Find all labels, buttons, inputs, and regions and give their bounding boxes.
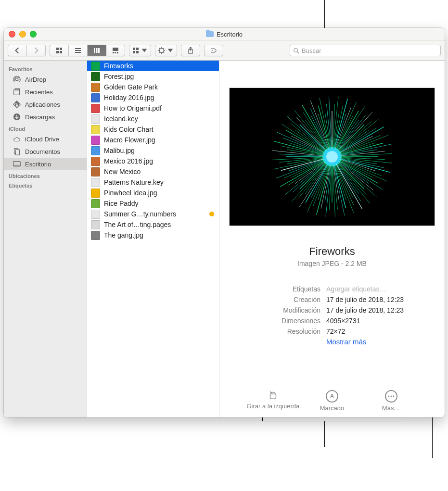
tag-dot-icon <box>209 212 214 216</box>
sidebar-item-label: AirDrop <box>25 76 46 83</box>
svg-point-20 <box>212 50 213 51</box>
svg-rect-2 <box>56 51 59 53</box>
file-name: Malibu.jpg <box>104 147 135 154</box>
view-list-button[interactable] <box>69 45 88 56</box>
file-row[interactable]: Rice Paddy <box>87 198 219 209</box>
preview-filename: Fireworks <box>219 245 445 258</box>
titlebar: Escritorio <box>4 28 445 41</box>
sidebar-item-escritorio[interactable]: Escritorio <box>4 158 87 170</box>
svg-rect-17 <box>136 51 139 53</box>
show-more-link[interactable]: Mostrar más <box>224 338 435 346</box>
tags-button[interactable] <box>204 45 223 56</box>
file-row[interactable]: New Mexico <box>87 166 219 177</box>
svg-rect-5 <box>75 50 81 51</box>
svg-rect-3 <box>60 51 62 53</box>
share-button[interactable] <box>181 45 200 56</box>
meta-label-dimensions: Dimensiones <box>224 315 320 326</box>
nav-buttons <box>8 45 46 56</box>
svg-point-21 <box>294 48 298 52</box>
svg-rect-16 <box>133 51 135 53</box>
svg-rect-0 <box>56 48 59 50</box>
preview-thumbnail-area <box>219 61 445 226</box>
file-name: Iceland.key <box>104 115 138 123</box>
svg-rect-11 <box>113 52 114 53</box>
file-row[interactable]: Golden Gate Park <box>87 82 219 92</box>
markup-label: Marcado <box>320 404 345 412</box>
sidebar-item-label: Documentos <box>25 148 60 155</box>
more-action[interactable]: Más… <box>365 390 418 412</box>
view-columns-button[interactable] <box>88 45 106 56</box>
meta-value-modified: 17 de julio de 2018, 12:23 <box>326 305 404 315</box>
preview-pane: Fireworks Imagen JPEG - 2.2 MB Etiquetas… <box>219 61 445 417</box>
forward-button[interactable] <box>27 45 46 56</box>
file-thumbnail-icon <box>91 125 100 134</box>
search-field[interactable]: Buscar <box>290 45 441 56</box>
rotate-left-label: Girar a la izquierda <box>246 403 299 410</box>
file-row[interactable]: Pinwheel Idea.jpg <box>87 188 219 198</box>
sidebar-header: iCloud <box>4 123 87 133</box>
sidebar-item-airdrop[interactable]: AirDrop <box>4 73 87 86</box>
file-row[interactable]: Patterns Nature.key <box>87 177 219 188</box>
file-row[interactable]: Fireworks <box>87 61 219 71</box>
svg-point-158 <box>390 396 392 397</box>
cloud-icon <box>13 135 21 143</box>
sidebar-item-documentos[interactable]: Documentos <box>4 145 87 158</box>
back-button[interactable] <box>8 45 27 56</box>
arrange-button[interactable] <box>129 45 151 56</box>
file-thumbnail-icon <box>91 136 100 145</box>
file-row[interactable]: Iceland.key <box>87 113 219 124</box>
file-row[interactable]: Macro Flower.jpg <box>87 135 219 145</box>
sidebar-item-label: Descargas <box>25 113 55 121</box>
file-thumbnail-icon <box>91 167 100 176</box>
file-row[interactable]: Forest.jpg <box>87 71 219 82</box>
callout-line-top <box>324 0 325 28</box>
file-thumbnail-icon <box>91 189 100 198</box>
view-buttons <box>50 45 125 56</box>
view-icon-button[interactable] <box>50 45 69 56</box>
callout-tick-left <box>262 417 263 421</box>
svg-rect-10 <box>113 48 118 51</box>
file-row[interactable]: The gang.jpg <box>87 230 219 240</box>
file-row[interactable]: Kids Color Chart <box>87 124 219 135</box>
sidebar-item-recientes[interactable]: Recientes <box>4 86 87 98</box>
finder-window: Escritorio <box>4 28 445 417</box>
file-thumbnail-icon <box>91 157 100 166</box>
file-row[interactable]: Holiday 2016.jpg <box>87 92 219 103</box>
file-row[interactable]: Malibu.jpg <box>87 145 219 156</box>
file-row[interactable]: The Art of…ting.pages <box>87 219 219 230</box>
file-name: Holiday 2016.jpg <box>104 94 154 101</box>
sidebar-item-aplicaciones[interactable]: AAplicaciones <box>4 98 87 111</box>
toolbar: Buscar <box>4 41 445 61</box>
sidebar: FavoritosAirDropRecientesAAplicacionesDe… <box>4 61 87 417</box>
file-name: Pinwheel Idea.jpg <box>104 189 157 197</box>
svg-point-159 <box>393 396 394 397</box>
callout-tick-right <box>403 417 403 421</box>
meta-value-resolution: 72×72 <box>326 326 345 337</box>
view-gallery-button[interactable] <box>106 45 125 56</box>
sidebar-item-label: Escritorio <box>25 161 51 168</box>
sidebar-item-icloud-drive[interactable]: iCloud Drive <box>4 133 87 145</box>
svg-rect-12 <box>115 52 116 53</box>
svg-rect-7 <box>94 48 95 53</box>
file-thumbnail-icon <box>91 83 100 92</box>
file-row[interactable]: How to Origami.pdf <box>87 103 219 113</box>
file-row[interactable]: Mexico 2016.jpg <box>87 156 219 166</box>
meta-value-dimensions: 4095×2731 <box>326 315 360 326</box>
meta-value-tags[interactable]: Agregar etiquetas… <box>326 284 386 294</box>
rotate-left-icon <box>268 390 278 401</box>
more-icon <box>385 390 397 403</box>
svg-point-157 <box>388 396 389 397</box>
sidebar-header: Ubicaciones <box>4 170 87 180</box>
rotate-left-action[interactable]: Girar a la izquierda <box>246 390 299 412</box>
svg-rect-8 <box>96 48 98 53</box>
action-button[interactable] <box>155 45 177 56</box>
svg-point-23 <box>15 78 18 80</box>
preview-thumbnail <box>229 88 435 226</box>
meta-label-resolution: Resolución <box>224 326 320 337</box>
docs-icon <box>13 147 21 156</box>
file-row[interactable]: Summer G…ty.numbers <box>87 209 219 219</box>
sidebar-item-descargas[interactable]: Descargas <box>4 111 87 123</box>
preview-metadata: Etiquetas Agregar etiquetas… Creación 17… <box>219 284 445 346</box>
sidebar-item-label: Aplicaciones <box>25 101 60 108</box>
markup-action[interactable]: Marcado <box>306 390 358 412</box>
